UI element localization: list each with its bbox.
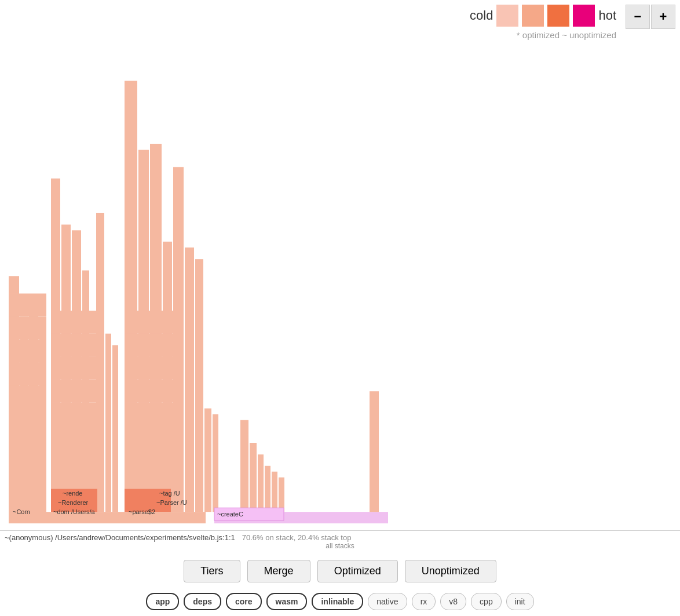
svg-text:~tag /U: ~tag /U [159,490,180,497]
filter-wasm[interactable]: wasm [266,593,308,610]
svg-text:~Parser /U: ~Parser /U [156,499,187,506]
svg-rect-16 [51,357,97,380]
info-stats: 70.6% on stack, 20.4% stack top [242,533,352,542]
svg-rect-15 [51,333,97,357]
svg-rect-35 [213,414,218,512]
filter-v8[interactable]: v8 [440,593,466,610]
svg-rect-44 [272,472,277,512]
svg-rect-7 [9,339,46,362]
svg-rect-6 [9,317,46,340]
svg-rect-8 [9,362,46,386]
hot-label: hot [598,8,616,23]
tiers-button[interactable]: Tiers [184,560,240,582]
chart-legend: cold hot [470,5,616,27]
svg-rect-33 [195,259,203,512]
svg-rect-40 [240,420,248,512]
filter-inlinable[interactable]: inlinable [312,593,363,610]
svg-rect-9 [9,386,46,523]
svg-rect-45 [279,478,284,512]
svg-rect-41 [250,443,257,512]
svg-rect-34 [204,408,211,512]
svg-rect-32 [185,248,194,512]
filter-buttons-row: appdepscorewasminlinablenativerxv8cppini… [0,593,680,610]
legend-subtitle: * optimized ~ unoptimized [517,30,616,40]
svg-text:~createC: ~createC [217,511,243,518]
cold-swatch-1 [496,5,518,27]
svg-rect-43 [265,466,270,512]
zoom-in-button[interactable]: + [651,5,675,29]
info-line2: all stacks [5,542,675,550]
tier-buttons-row: TiersMergeOptimizedUnoptimized [0,560,680,582]
svg-rect-14 [51,311,97,334]
info-func-path: ~(anonymous) /Users/andrew/Documents/exp… [5,533,235,542]
info-line1: ~(anonymous) /Users/andrew/Documents/exp… [5,533,675,542]
svg-text:~rende: ~rende [63,490,83,497]
chart-area[interactable]: ~rende ~Renderer ~Com ~dom /Users/a ~tag… [0,52,680,523]
filter-deps[interactable]: deps [184,593,221,610]
flame-chart[interactable]: ~rende ~Renderer ~Com ~dom /Users/a ~tag… [0,52,680,523]
zoom-controls: − + [626,5,675,29]
info-bar: ~(anonymous) /Users/andrew/Documents/exp… [0,530,680,552]
filter-init[interactable]: init [506,593,534,610]
filter-core[interactable]: core [226,593,262,610]
cold-swatch-2 [522,5,544,27]
unoptimized-button[interactable]: Unoptimized [405,560,496,582]
filter-cpp[interactable]: cpp [471,593,502,610]
merge-button[interactable]: Merge [247,560,310,582]
svg-text:~Renderer: ~Renderer [58,499,89,506]
filter-native[interactable]: native [368,593,407,610]
svg-rect-21 [112,345,118,512]
svg-rect-19 [96,213,104,512]
filter-rx[interactable]: rx [412,593,436,610]
svg-rect-38 [9,512,206,523]
zoom-out-button[interactable]: − [626,5,650,29]
hot-swatch [573,5,595,27]
svg-rect-17 [51,380,97,403]
svg-rect-42 [258,454,264,512]
svg-rect-20 [105,333,111,512]
filter-app[interactable]: app [146,593,179,610]
svg-text:~Com: ~Com [13,508,30,515]
svg-text:~parse$2: ~parse$2 [129,508,155,515]
cold-swatch-3 [547,5,569,27]
cold-label: cold [470,8,493,23]
svg-rect-31 [173,167,184,512]
svg-rect-5 [9,294,46,317]
svg-text:~dom /Users/a: ~dom /Users/a [53,508,96,515]
optimized-button[interactable]: Optimized [317,560,398,582]
svg-rect-47 [370,483,379,512]
